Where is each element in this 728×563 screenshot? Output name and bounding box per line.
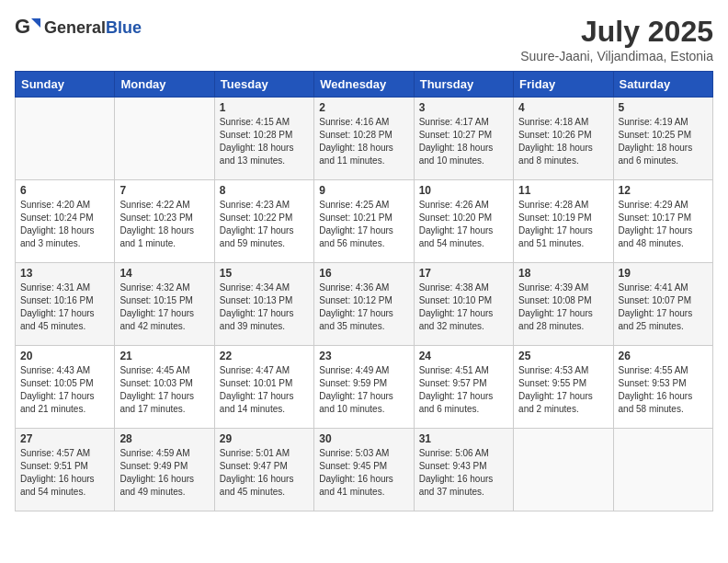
day-number: 10: [419, 184, 508, 197]
day-number: 18: [518, 267, 608, 280]
calendar-cell: [16, 98, 115, 180]
day-detail: Sunrise: 4:19 AMSunset: 10:25 PMDaylight…: [619, 116, 708, 167]
calendar-cell: 15Sunrise: 4:34 AMSunset: 10:13 PMDaylig…: [214, 263, 313, 346]
day-detail: Sunrise: 4:22 AMSunset: 10:23 PMDaylight…: [119, 199, 209, 250]
calendar-cell: 30Sunrise: 5:03 AMSunset: 9:45 PMDayligh…: [314, 429, 414, 511]
calendar-cell: 10Sunrise: 4:26 AMSunset: 10:20 PMDaylig…: [414, 180, 513, 263]
calendar-cell: [613, 429, 712, 511]
page-header: G GeneralBlue July 2025 Suure-Jaani, Vil…: [15, 15, 713, 63]
day-number: 12: [619, 184, 708, 197]
location-subtitle: Suure-Jaani, Viljandimaa, Estonia: [520, 49, 713, 63]
day-detail: Sunrise: 4:36 AMSunset: 10:12 PMDaylight…: [319, 282, 408, 333]
calendar-cell: 2Sunrise: 4:16 AMSunset: 10:28 PMDayligh…: [314, 98, 414, 180]
day-number: 31: [419, 432, 508, 445]
calendar-cell: 7Sunrise: 4:22 AMSunset: 10:23 PMDayligh…: [115, 180, 214, 263]
day-detail: Sunrise: 5:06 AMSunset: 9:43 PMDaylight:…: [419, 447, 508, 499]
day-detail: Sunrise: 4:41 AMSunset: 10:07 PMDaylight…: [619, 282, 708, 333]
calendar-cell: 17Sunrise: 4:38 AMSunset: 10:10 PMDaylig…: [414, 263, 513, 346]
day-of-week-header: Saturday: [613, 72, 712, 98]
day-detail: Sunrise: 4:34 AMSunset: 10:13 PMDaylight…: [220, 282, 309, 333]
calendar-cell: 3Sunrise: 4:17 AMSunset: 10:27 PMDayligh…: [414, 98, 513, 180]
calendar-header: SundayMondayTuesdayWednesdayThursdayFrid…: [16, 72, 713, 98]
day-of-week-header: Wednesday: [314, 72, 414, 98]
calendar-week-row: 13Sunrise: 4:31 AMSunset: 10:16 PMDaylig…: [16, 263, 713, 346]
calendar-cell: 22Sunrise: 4:47 AMSunset: 10:01 PMDaylig…: [214, 346, 313, 429]
calendar-cell: 11Sunrise: 4:28 AMSunset: 10:19 PMDaylig…: [514, 180, 613, 263]
day-number: 1: [220, 101, 309, 114]
day-number: 3: [419, 101, 508, 114]
calendar-week-row: 20Sunrise: 4:43 AMSunset: 10:05 PMDaylig…: [16, 346, 713, 429]
day-number: 14: [119, 267, 209, 280]
day-detail: Sunrise: 4:29 AMSunset: 10:17 PMDaylight…: [619, 199, 708, 250]
day-detail: Sunrise: 4:17 AMSunset: 10:27 PMDaylight…: [419, 116, 508, 167]
day-number: 22: [220, 350, 309, 362]
day-number: 25: [518, 350, 608, 362]
calendar-week-row: 27Sunrise: 4:57 AMSunset: 9:51 PMDayligh…: [16, 429, 713, 511]
logo-blue-text: Blue: [106, 18, 142, 37]
calendar-cell: 31Sunrise: 5:06 AMSunset: 9:43 PMDayligh…: [414, 429, 513, 511]
day-number: 27: [20, 432, 109, 445]
day-detail: Sunrise: 4:32 AMSunset: 10:15 PMDaylight…: [119, 282, 209, 333]
day-detail: Sunrise: 4:15 AMSunset: 10:28 PMDaylight…: [220, 116, 309, 167]
calendar-cell: 25Sunrise: 4:53 AMSunset: 9:55 PMDayligh…: [514, 346, 613, 429]
day-number: 29: [220, 432, 309, 445]
calendar-cell: 16Sunrise: 4:36 AMSunset: 10:12 PMDaylig…: [314, 263, 414, 346]
calendar-cell: 8Sunrise: 4:23 AMSunset: 10:22 PMDayligh…: [214, 180, 313, 263]
day-number: 5: [619, 101, 708, 114]
day-number: 17: [419, 267, 508, 280]
day-number: 28: [119, 432, 209, 445]
day-number: 13: [20, 267, 109, 280]
day-detail: Sunrise: 4:23 AMSunset: 10:22 PMDaylight…: [220, 199, 309, 250]
day-number: 4: [518, 101, 608, 114]
day-detail: Sunrise: 4:55 AMSunset: 9:53 PMDaylight:…: [619, 364, 708, 416]
day-detail: Sunrise: 4:53 AMSunset: 9:55 PMDaylight:…: [518, 364, 608, 416]
calendar-cell: [115, 98, 214, 180]
day-detail: Sunrise: 4:47 AMSunset: 10:01 PMDaylight…: [220, 364, 309, 416]
calendar-cell: 21Sunrise: 4:45 AMSunset: 10:03 PMDaylig…: [115, 346, 214, 429]
day-of-week-header: Monday: [115, 72, 214, 98]
day-number: 6: [20, 184, 109, 197]
day-number: 2: [319, 101, 408, 114]
day-number: 23: [319, 350, 408, 362]
calendar-table: SundayMondayTuesdayWednesdayThursdayFrid…: [15, 71, 713, 511]
logo-general-text: General: [44, 18, 106, 37]
day-detail: Sunrise: 5:03 AMSunset: 9:45 PMDaylight:…: [319, 447, 408, 499]
day-detail: Sunrise: 5:01 AMSunset: 9:47 PMDaylight:…: [220, 447, 309, 499]
day-number: 30: [319, 432, 408, 445]
day-of-week-header: Friday: [514, 72, 613, 98]
calendar-cell: 1Sunrise: 4:15 AMSunset: 10:28 PMDayligh…: [214, 98, 313, 180]
day-detail: Sunrise: 4:20 AMSunset: 10:24 PMDaylight…: [20, 199, 109, 250]
svg-marker-1: [31, 18, 40, 28]
day-number: 19: [619, 267, 708, 280]
day-detail: Sunrise: 4:39 AMSunset: 10:08 PMDaylight…: [518, 282, 608, 333]
header-row: SundayMondayTuesdayWednesdayThursdayFrid…: [16, 72, 713, 98]
calendar-week-row: 1Sunrise: 4:15 AMSunset: 10:28 PMDayligh…: [16, 98, 713, 180]
day-number: 24: [419, 350, 508, 362]
day-of-week-header: Thursday: [414, 72, 513, 98]
day-detail: Sunrise: 4:26 AMSunset: 10:20 PMDaylight…: [419, 199, 508, 250]
calendar-cell: 20Sunrise: 4:43 AMSunset: 10:05 PMDaylig…: [16, 346, 115, 429]
day-number: 7: [119, 184, 209, 197]
calendar-cell: 18Sunrise: 4:39 AMSunset: 10:08 PMDaylig…: [514, 263, 613, 346]
calendar-cell: 24Sunrise: 4:51 AMSunset: 9:57 PMDayligh…: [414, 346, 513, 429]
day-number: 15: [220, 267, 309, 280]
calendar-cell: 26Sunrise: 4:55 AMSunset: 9:53 PMDayligh…: [613, 346, 712, 429]
day-number: 9: [319, 184, 408, 197]
calendar-cell: 29Sunrise: 5:01 AMSunset: 9:47 PMDayligh…: [214, 429, 313, 511]
day-detail: Sunrise: 4:51 AMSunset: 9:57 PMDaylight:…: [419, 364, 508, 416]
calendar-cell: 4Sunrise: 4:18 AMSunset: 10:26 PMDayligh…: [514, 98, 613, 180]
svg-text:G: G: [15, 15, 30, 38]
logo: G GeneralBlue: [15, 15, 142, 40]
day-detail: Sunrise: 4:49 AMSunset: 9:59 PMDaylight:…: [319, 364, 408, 416]
day-detail: Sunrise: 4:28 AMSunset: 10:19 PMDaylight…: [518, 199, 608, 250]
calendar-cell: 28Sunrise: 4:59 AMSunset: 9:49 PMDayligh…: [115, 429, 214, 511]
day-detail: Sunrise: 4:16 AMSunset: 10:28 PMDaylight…: [319, 116, 408, 167]
day-detail: Sunrise: 4:45 AMSunset: 10:03 PMDaylight…: [119, 364, 209, 416]
month-year-title: July 2025: [520, 15, 713, 49]
title-block: July 2025 Suure-Jaani, Viljandimaa, Esto…: [520, 15, 713, 63]
calendar-cell: 13Sunrise: 4:31 AMSunset: 10:16 PMDaylig…: [16, 263, 115, 346]
calendar-cell: 9Sunrise: 4:25 AMSunset: 10:21 PMDayligh…: [314, 180, 414, 263]
calendar-cell: 5Sunrise: 4:19 AMSunset: 10:25 PMDayligh…: [613, 98, 712, 180]
day-detail: Sunrise: 4:43 AMSunset: 10:05 PMDaylight…: [20, 364, 109, 416]
day-number: 16: [319, 267, 408, 280]
